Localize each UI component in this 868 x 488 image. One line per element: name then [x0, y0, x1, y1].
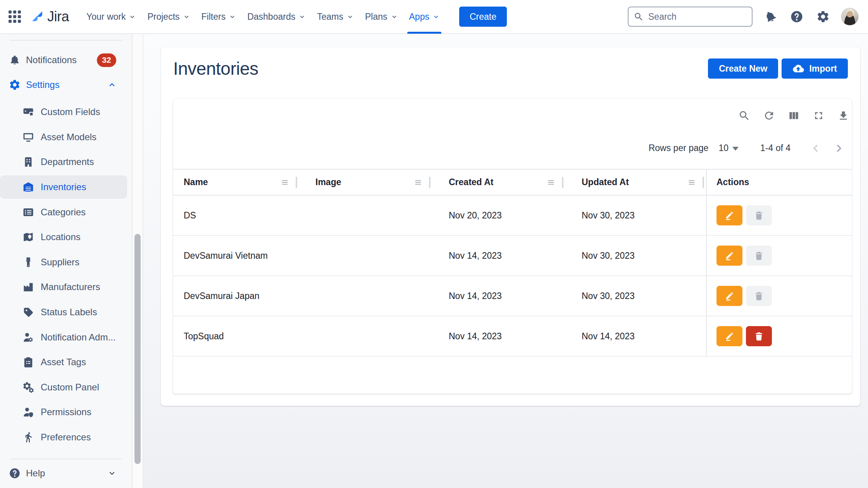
sidebar-item-permissions[interactable]: Permissions [0, 400, 132, 425]
create-new-button[interactable]: Create New [708, 58, 778, 79]
factory-icon [22, 281, 34, 293]
cell-updated-at: Nov 30, 2023 [565, 196, 706, 235]
edit-button[interactable] [716, 246, 742, 266]
create-button[interactable]: Create [459, 7, 507, 27]
sidebar-item-notification-admin[interactable]: Notification Adm... [0, 325, 132, 350]
nav-apps[interactable]: Apps [403, 0, 445, 34]
app-switcher-icon[interactable] [9, 10, 21, 23]
cell-image [299, 236, 432, 275]
next-page-button[interactable] [832, 142, 846, 155]
cell-created-at: Nov 20, 2023 [432, 196, 565, 235]
notification-bell-icon[interactable] [762, 8, 779, 25]
chevron-down-icon[interactable] [108, 469, 116, 478]
sidebar-item-asset-tags[interactable]: Asset Tags [0, 350, 132, 375]
map-pin-icon [22, 231, 34, 243]
question-circle-icon [790, 10, 803, 23]
inventories-table: Rows per page 10 1-4 of 4 Name [173, 99, 852, 393]
column-header-image[interactable]: Image [299, 170, 432, 195]
edit-button[interactable] [716, 286, 742, 306]
person-gear-icon [22, 331, 34, 344]
column-menu-icon[interactable] [281, 178, 289, 187]
bell-icon [9, 54, 21, 66]
notifications-badge: 32 [97, 53, 116, 67]
gears-icon [22, 381, 34, 393]
bell-icon [761, 8, 779, 26]
sidebar-item-categories[interactable]: Categories [0, 199, 132, 225]
chevron-down-icon [433, 14, 439, 20]
sidebar-item-help[interactable]: Help [0, 461, 132, 486]
cell-name: DevSamurai Japan [173, 276, 299, 316]
rows-per-page-select[interactable]: 10 [718, 143, 739, 153]
sidebar-item-inventories[interactable]: Inventories [0, 175, 132, 200]
columns-icon[interactable] [785, 107, 802, 124]
nav-projects[interactable]: Projects [141, 0, 195, 34]
chevron-up-icon[interactable] [108, 81, 116, 89]
sidebar-item-custom-panel[interactable]: Custom Panel [0, 375, 132, 400]
nav-dashboards[interactable]: Dashboards [241, 0, 311, 34]
nav-teams[interactable]: Teams [311, 0, 359, 34]
sidebar-item-locations[interactable]: Locations [0, 225, 132, 250]
chevron-down-icon [299, 14, 305, 20]
edit-button[interactable] [716, 326, 742, 346]
sidebar-item-departments[interactable]: Departments [0, 149, 132, 175]
page-title: Inventories [173, 58, 258, 79]
user-avatar[interactable] [841, 8, 859, 26]
edit-button[interactable] [716, 205, 742, 225]
custom-field-icon [22, 106, 34, 118]
nav-your-work[interactable]: Your work [81, 0, 141, 34]
delete-button[interactable] [746, 286, 772, 306]
search-input[interactable] [648, 11, 747, 22]
delete-button[interactable] [746, 326, 772, 346]
cell-created-at: Nov 14, 2023 [432, 316, 565, 356]
chevron-down-icon [347, 14, 353, 20]
nav-filters[interactable]: Filters [196, 0, 242, 34]
refresh-icon[interactable] [760, 107, 777, 124]
sidebar-scrollbar[interactable] [134, 234, 141, 464]
chevron-down-icon [391, 14, 398, 20]
table-row: DS Nov 20, 2023 Nov 30, 2023 [173, 196, 852, 236]
column-menu-icon[interactable] [687, 178, 696, 187]
cell-updated-at: Nov 14, 2023 [565, 316, 706, 356]
previous-page-button[interactable] [809, 142, 822, 155]
sidebar-item-manufacturers[interactable]: Manufacturers [0, 275, 132, 300]
cloud-upload-icon [792, 63, 804, 74]
column-header-created-at[interactable]: Created At [432, 170, 565, 195]
global-search[interactable] [628, 7, 753, 27]
cell-actions [706, 196, 852, 235]
delivery-person-icon [22, 256, 34, 268]
column-header-updated-at[interactable]: Updated At [565, 170, 706, 195]
column-header-actions: Actions [706, 170, 852, 195]
help-icon[interactable] [788, 8, 805, 25]
sidebar-footer: Help [0, 459, 132, 488]
settings-gear-icon[interactable] [815, 8, 832, 25]
sidebar-item-status-labels[interactable]: Status Labels [0, 300, 132, 325]
column-header-name[interactable]: Name [173, 170, 299, 195]
sidebar-item-preferences[interactable]: Preferences [0, 425, 132, 450]
delete-button[interactable] [746, 246, 772, 266]
tag-icon [22, 306, 34, 318]
cell-image [299, 276, 432, 316]
delete-button[interactable] [746, 205, 772, 225]
person-shield-icon [22, 406, 34, 418]
column-menu-icon[interactable] [547, 178, 555, 187]
cell-created-at: Nov 14, 2023 [432, 276, 565, 316]
gear-icon [9, 79, 21, 91]
import-button[interactable]: Import [782, 58, 848, 79]
column-menu-icon[interactable] [414, 178, 422, 187]
nav-plans[interactable]: Plans [359, 0, 403, 34]
table-row: DevSamurai Vietnam Nov 14, 2023 Nov 30, … [173, 236, 852, 276]
sidebar-item-suppliers[interactable]: Suppliers [0, 250, 132, 275]
jira-logo[interactable]: Jira [30, 9, 69, 25]
table-row: DevSamurai Japan Nov 14, 2023 Nov 30, 20… [173, 276, 852, 316]
search-icon[interactable] [735, 107, 753, 124]
chevron-down-icon [183, 14, 190, 20]
sidebar-item-custom-fields[interactable]: Custom Fields [0, 100, 132, 125]
warehouse-icon [22, 181, 34, 193]
monitor-icon [22, 131, 34, 143]
sidebar-item-notifications[interactable]: Notifications 32 [0, 48, 132, 72]
cell-image [299, 196, 432, 235]
export-download-icon[interactable] [835, 107, 852, 124]
sidebar-item-settings[interactable]: Settings [0, 72, 132, 97]
sidebar-item-asset-models[interactable]: Asset Models [0, 125, 132, 150]
fullscreen-icon[interactable] [810, 107, 827, 124]
